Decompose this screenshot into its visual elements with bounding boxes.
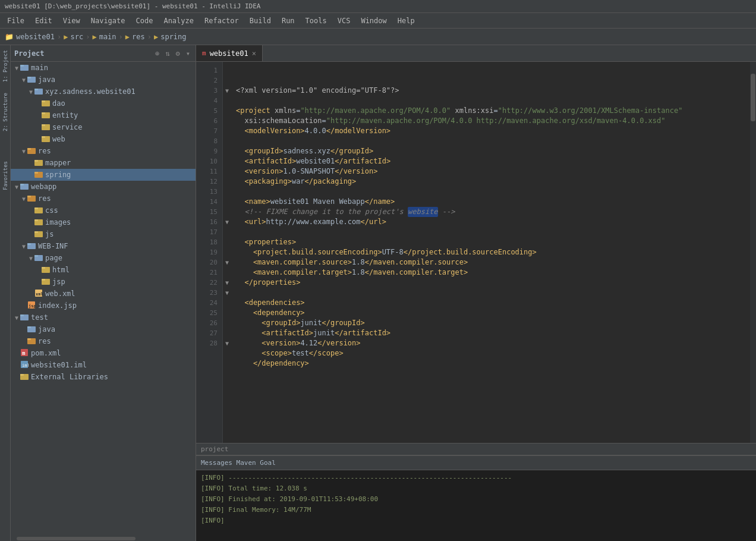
breadcrumb-project[interactable]: 📁 website01 [5,33,55,41]
breadcrumb-main[interactable]: ▶ main [92,33,116,41]
tree-label: java [38,76,55,84]
horizontal-scrollbar[interactable] [11,536,196,541]
tree-item-xyz.sadness.website01[interactable]: ▼xyz.sadness.website01 [11,86,196,97]
tree-item-mapper[interactable]: mapper [11,157,196,169]
fold-marker[interactable]: ▼ [223,288,231,298]
bottom-panel-header: Messages Maven Goal [196,456,756,470]
breadcrumb-label-main: main [99,33,116,41]
tree-item-page[interactable]: ▼page [11,252,196,264]
code-segment-tag: </version> [335,166,377,177]
tree-item-entity[interactable]: entity [11,109,196,121]
menu-window[interactable]: Window [356,15,391,26]
tree-arrow[interactable]: ▼ [20,148,27,155]
menu-view[interactable]: View [58,15,85,26]
folder-icon [27,325,36,335]
code-line: <name>website01 Maven Webapp</name> [236,197,750,207]
menu-refactor[interactable]: Refactor [200,15,244,26]
side-icon-favorites[interactable]: Favorites [1,159,10,193]
menu-code[interactable]: Code [131,15,158,26]
fold-marker[interactable]: ▼ [223,217,231,227]
fold-marker[interactable]: ▼ [223,86,231,96]
tree-item-web[interactable]: web [11,133,196,145]
tree-item-images[interactable]: images [11,216,196,228]
tree-item-html[interactable]: html [11,264,196,276]
tree-item-res[interactable]: res [11,335,196,347]
tree-item-js[interactable]: js [11,228,196,240]
tree-item-jsp[interactable]: jsp [11,276,196,288]
code-content[interactable]: <?xml version="1.0" encoding="UTF-8"?><p… [231,62,750,443]
menu-file[interactable]: File [2,15,29,26]
tree-arrow[interactable]: ▼ [27,89,34,95]
tree-arrow[interactable]: ▼ [20,243,27,250]
project-panel-header: Project ⊕ ⇅ ⚙ ▾ [11,45,196,62]
tree-item-res[interactable]: ▼res [11,145,196,157]
vertical-scrollbar[interactable] [750,62,756,443]
menu-analyze[interactable]: Analyze [159,15,199,26]
code-segment-tag: </packaging> [305,177,357,187]
tree-item-test[interactable]: ▼test [11,312,196,323]
gear-icon[interactable]: ▾ [184,49,192,58]
code-segment-tag: <artifactId> [236,156,296,166]
tree-item-java[interactable]: java [11,323,196,335]
menu-build[interactable]: Build [245,15,276,26]
tree-item-webapp[interactable]: ▼webapp [11,181,196,193]
line-number: 3 [196,86,218,96]
tab-close-button[interactable]: × [252,49,256,58]
tree-arrow[interactable]: ▼ [13,184,20,190]
tree-arrow[interactable]: ▼ [20,77,27,83]
tree-item-external-libraries[interactable]: External Libraries [11,371,196,383]
tree-item-java[interactable]: ▼java [11,74,196,86]
fold-marker[interactable]: ▼ [223,257,231,268]
tree-item-web.xml[interactable]: xmlweb.xml [11,288,196,300]
editor-tab-pom[interactable]: m website01 × [196,45,263,61]
tree-item-pom.xml[interactable]: mpom.xml [11,347,196,359]
editor-tabs: m website01 × [196,45,756,62]
tree-item-dao[interactable]: dao [11,97,196,109]
tree-item-web-inf[interactable]: ▼WEB-INF [11,240,196,252]
add-directory-icon[interactable]: ⊕ [153,49,161,58]
title-text: website01 [D:\web_projects\website01] - … [5,2,260,10]
fold-marker [223,116,231,126]
tree-item-index.jsp[interactable]: jspindex.jsp [11,300,196,312]
tree-arrow[interactable]: ▼ [13,314,20,321]
breadcrumb-spring[interactable]: ▶ spring [154,33,187,41]
menu-run[interactable]: Run [277,15,300,26]
menu-help[interactable]: Help [393,15,420,26]
collapse-icon[interactable]: ⇅ [163,49,171,58]
tree-item-spring[interactable]: spring [11,169,196,181]
side-icon-structure[interactable]: 2: Structure [1,90,10,134]
tree-arrow[interactable]: ▼ [13,65,20,71]
code-segment-tag: </properties> [236,278,300,288]
side-icon-project[interactable]: 1: Project [1,48,10,84]
menu-tools[interactable]: Tools [301,15,332,26]
line-number: 2 [196,76,218,86]
svg-rect-11 [42,124,45,126]
fold-marker[interactable]: ▼ [223,338,231,348]
folder-icon [34,206,43,216]
tree-item-main[interactable]: ▼main [11,62,196,74]
folder-icon [42,111,50,121]
tree-arrow[interactable]: ▼ [27,255,34,262]
tree-label: WEB-INF [38,242,68,250]
code-segment-content: 1.8 [352,268,365,278]
tree-item-css[interactable]: css [11,205,196,216]
scrollbar-thumb[interactable] [17,537,136,540]
breadcrumb-src[interactable]: ▶ src [64,33,83,41]
scrollbar-thumb[interactable] [751,74,755,121]
tree-arrow[interactable]: ▼ [20,196,27,202]
fold-marker [223,207,231,217]
breadcrumb-res[interactable]: ▶ res [125,33,145,41]
menu-vcs[interactable]: VCS [333,15,355,26]
tree-item-service[interactable]: service [11,121,196,133]
fold-marker[interactable]: ▼ [223,278,231,288]
folder-icon [34,218,43,228]
code-segment-attr: xsi:schemaLocation [236,116,322,126]
code-segment-tag: </url> [361,217,386,227]
tree-item-website01.iml[interactable]: imlwebsite01.iml [11,359,196,371]
code-segment-tag: <maven.compiler.source> [236,257,352,268]
settings-icon[interactable]: ⚙ [174,49,182,58]
menu-edit[interactable]: Edit [30,15,57,26]
line-number: 4 [196,96,218,106]
tree-item-res[interactable]: ▼res [11,193,196,205]
menu-navigate[interactable]: Navigate [86,15,130,26]
